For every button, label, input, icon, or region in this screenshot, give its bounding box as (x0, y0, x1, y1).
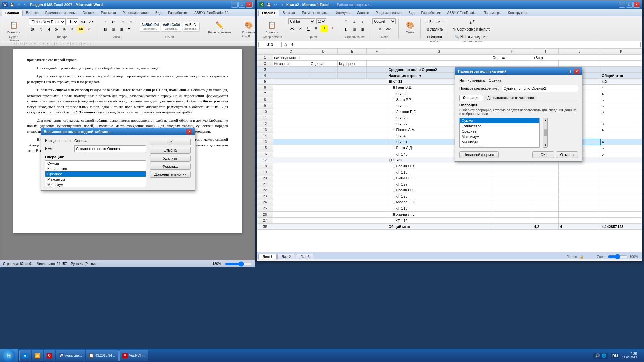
taskbar-app-num[interactable]: 📄 43:2015:94 ... (86, 350, 119, 361)
excel-formula-input[interactable] (290, 42, 641, 47)
cell-k8[interactable]: 5 (600, 97, 642, 103)
cell-c9[interactable] (273, 103, 387, 109)
excel-left-align-btn[interactable]: ◧ (342, 26, 350, 33)
excel-tab-insert[interactable]: Вставка (279, 10, 299, 16)
cell-k10[interactable]: 3 (600, 109, 642, 115)
col-header-h[interactable]: H (491, 49, 533, 55)
excel-styles-btn[interactable]: 🎨 Стили (402, 18, 418, 35)
cell-k11[interactable] (600, 115, 642, 121)
numbering-btn[interactable]: 1≡ (110, 18, 117, 25)
excel-paste-btn[interactable]: 📋 Вставить (263, 18, 281, 35)
excel-op-count[interactable]: Количество (460, 123, 539, 129)
cell-f2[interactable] (366, 61, 387, 67)
excel-right-align-btn[interactable]: ◨ (359, 26, 366, 33)
word-tab-insert[interactable]: Вставка (23, 10, 42, 16)
cell-c8[interactable] (273, 97, 387, 103)
excel-op-avg[interactable]: Среднее (460, 129, 539, 134)
cell-c5[interactable] (273, 79, 387, 85)
taskbar-app-vuupc[interactable]: V VuuPCIn... (119, 350, 148, 361)
excel-maximize-btn[interactable]: □ (626, 2, 633, 8)
excel-tab-abbyy[interactable]: ABBYY FineRead... (444, 10, 480, 16)
excel-border-btn[interactable]: ⊞ (313, 25, 320, 32)
excel-delete-btn[interactable]: ⊟ Удалить (425, 26, 444, 33)
cell-g18[interactable]: ⊟ Васин О.З. (387, 163, 491, 169)
cell-g22[interactable]: ⊟ Вовин Н.Н. (387, 187, 491, 193)
word-dialog-cancel-btn[interactable]: Отмена (150, 147, 191, 154)
excel-redo-btn[interactable]: ↪ (279, 2, 285, 8)
word-op-sum[interactable]: Сумма (45, 161, 146, 166)
excel-font-size-selector[interactable]: 11 (316, 18, 326, 24)
cell-k3[interactable] (600, 67, 642, 73)
cell-c7[interactable] (273, 91, 387, 97)
excel-sum-btn[interactable]: ∑ Σ (468, 18, 476, 25)
word-dialog-op-list[interactable]: Сумма Количество Среднее Максимум Миниму… (45, 160, 146, 187)
word-tab-links[interactable]: Ссылки (79, 10, 98, 16)
cell-k9[interactable]: 5 (600, 103, 642, 109)
word-tab-review[interactable]: Рецензирование (119, 10, 152, 16)
highlight-btn[interactable]: ab (77, 26, 85, 33)
excel-font-selector[interactable]: Calibri (288, 18, 315, 24)
italic-btn[interactable]: К (37, 26, 44, 33)
cell-c15[interactable] (273, 145, 387, 151)
cell-e4[interactable] (338, 73, 366, 79)
cell-c13[interactable] (273, 127, 387, 133)
excel-dialog-tab-op[interactable]: Операция (459, 95, 483, 101)
excel-dialog-name-input[interactable] (502, 85, 578, 92)
cell-g2[interactable] (387, 61, 491, 67)
col-header-k[interactable]: K (600, 49, 642, 55)
excel-tab-view[interactable]: Вид (405, 10, 418, 16)
col-header-f[interactable]: F (366, 49, 387, 55)
sheet-tab-3[interactable]: Лист3 (296, 254, 314, 259)
cell-g24[interactable]: ⊟ Маева Е.Т. (387, 199, 491, 205)
taskbar-app-folder[interactable]: 📁 (32, 350, 43, 361)
sheet-tab-2[interactable]: Лист2 (277, 254, 295, 259)
cell-g26[interactable]: ⊟ Хаева Л.Г. (387, 212, 491, 218)
cell-g20[interactable]: ⊟ Витин Н.Г. (387, 175, 491, 181)
cell-i2[interactable] (533, 61, 559, 67)
excel-undo-btn[interactable]: ↩ (272, 2, 278, 8)
excel-top-align-btn[interactable]: ⊤ (342, 18, 350, 25)
excel-dialog-tab-extra[interactable]: Дополнительные вычисления (484, 95, 537, 101)
taskbar-app-opera[interactable]: O (44, 350, 55, 361)
word-tab-view[interactable]: Вид (152, 10, 165, 16)
excel-percent-btn[interactable]: % (376, 25, 384, 32)
indent-increase-btn[interactable]: →≡ (126, 18, 133, 25)
cell-k14[interactable] (600, 133, 642, 139)
excel-bot-align-btn[interactable]: ↕ (359, 18, 366, 25)
cell-d3[interactable] (309, 67, 338, 73)
cell-k15[interactable]: 5 (600, 145, 642, 151)
cell-c10[interactable] (273, 109, 387, 115)
excel-dialog-close-btn[interactable]: ✕ (574, 69, 579, 74)
excel-underline-btn[interactable]: Ч (305, 25, 312, 32)
cell-d2[interactable]: Оценка (309, 61, 338, 67)
subscript-btn[interactable]: X₂ (61, 26, 68, 33)
cell-c12[interactable] (273, 121, 387, 127)
excel-minimize-btn[interactable]: ─ (619, 2, 625, 8)
word-undo-btn[interactable]: ↩ (16, 2, 22, 8)
font-name-selector[interactable]: Times New Roman (29, 18, 66, 25)
align-center-btn[interactable]: ◫ (110, 26, 117, 33)
excel-dialog-ok-btn[interactable]: ОК (532, 151, 554, 158)
cell-c3[interactable] (273, 67, 309, 73)
word-op-min[interactable]: Минимум (45, 182, 146, 187)
cell-f3[interactable] (366, 67, 387, 73)
excel-tab-review[interactable]: Рецензирование (372, 10, 405, 16)
excel-tab-params[interactable]: Параметры (480, 10, 504, 16)
excel-italic-btn[interactable]: К (297, 25, 304, 32)
cell-h2[interactable] (491, 61, 533, 67)
cell-d4[interactable] (309, 73, 338, 79)
col-header-j[interactable]: J (559, 49, 600, 55)
cell-e2[interactable]: Код преп (338, 61, 366, 67)
word-tab-abbyy[interactable]: ABBYY FineReader 10 (191, 10, 232, 16)
word-save-btn[interactable]: 💾 (9, 2, 15, 8)
cell-k1[interactable] (600, 55, 642, 61)
cell-f4[interactable] (366, 73, 387, 79)
excel-insert-btn[interactable]: ⊞ Вставить (424, 18, 445, 25)
word-tab-dev[interactable]: Разработчик (165, 10, 191, 16)
cell-k13[interactable]: 4 (600, 127, 642, 133)
word-dialog-format-btn[interactable]: Формат... (150, 163, 191, 170)
col-header-d[interactable]: D (309, 49, 338, 55)
cell-k7[interactable]: 4 (600, 91, 642, 97)
strikethrough-btn[interactable]: зк (53, 26, 60, 33)
excel-sort-btn[interactable]: ⇅ Сортировка и фильтр (451, 26, 492, 33)
